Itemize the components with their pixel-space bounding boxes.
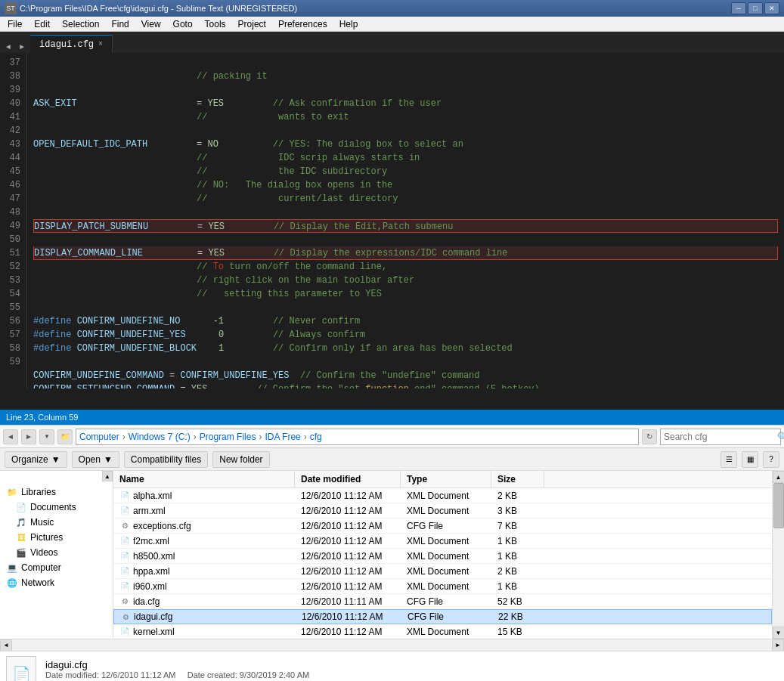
open-dropdown-icon: ▼ — [104, 454, 113, 465]
pictures-folder-icon: 🖼 — [15, 531, 27, 543]
header-date[interactable]: Date modified — [295, 471, 401, 488]
editor: ◄ ► idagui.cfg × 37 38 39 40 41 42 43 44… — [0, 32, 784, 410]
menu-project[interactable]: Project — [232, 17, 272, 31]
scroll-thumb[interactable] — [773, 483, 784, 528]
menu-find[interactable]: Find — [105, 17, 135, 31]
header-name[interactable]: Name — [113, 471, 295, 488]
maximize-button[interactable]: □ — [748, 2, 763, 14]
organize-button[interactable]: Organize ▼ — [5, 451, 67, 468]
menu-selection[interactable]: Selection — [56, 17, 105, 31]
sidebar-item-libraries[interactable]: 📁 Libraries — [0, 484, 113, 500]
tab-prev-arrow[interactable]: ◄ — [3, 42, 14, 53]
bc-windows7[interactable]: Windows 7 (C:) — [129, 432, 191, 442]
h-scroll-right-arrow[interactable]: ► — [772, 639, 784, 652]
file-toolbar: Organize ▼ Open ▼ Compatibility files Ne… — [0, 448, 784, 471]
menu-tools[interactable]: Tools — [199, 17, 232, 31]
file-row-f2mc-xml[interactable]: 📄 f2mc.xml 12/6/2010 11:12 AM XML Docume… — [113, 534, 772, 549]
sidebar-item-documents[interactable]: 📄 Documents — [0, 500, 113, 515]
header-type[interactable]: Type — [401, 471, 491, 488]
file-row-hppa-xml[interactable]: 📄 hppa.xml 12/6/2010 11:12 AM XML Docume… — [113, 564, 772, 579]
menubar: File Edit Selection Find View Goto Tools… — [0, 17, 784, 32]
code-content[interactable]: // packing it ASK_EXIT = YES // Ask conf… — [27, 53, 784, 388]
compatibility-files-button[interactable]: Compatibility files — [124, 451, 208, 468]
menu-preferences[interactable]: Preferences — [272, 17, 333, 31]
libraries-folder-icon: 📁 — [6, 486, 18, 498]
file-browser: ◄ ► ▼ 📁 Computer › Windows 7 (C:) › Prog… — [0, 425, 784, 681]
scroll-track[interactable] — [773, 483, 784, 627]
file-date: 12/6/2010 11:11 AM — [295, 595, 401, 608]
sidebar-item-pictures[interactable]: 🖼 Pictures — [0, 530, 113, 545]
scroll-up-arrow[interactable]: ▲ — [773, 471, 785, 483]
tree-scroll-up[interactable]: ▲ — [102, 471, 113, 481]
file-table-header: Name Date modified Type Size — [113, 471, 772, 488]
file-row-ida-cfg[interactable]: ⚙ ida.cfg 12/6/2010 11:11 AM CFG File 52… — [113, 594, 772, 609]
sidebar-item-videos[interactable]: 🎬 Videos — [0, 545, 113, 560]
h-scroll-track[interactable] — [12, 640, 772, 651]
menu-file[interactable]: File — [2, 17, 28, 31]
file-row-exceptions-cfg[interactable]: ⚙ exceptions.cfg 12/6/2010 11:12 AM CFG … — [113, 518, 772, 534]
search-input[interactable] — [664, 432, 777, 442]
sidebar-label-videos: Videos — [30, 547, 57, 558]
bc-cfg[interactable]: cfg — [310, 432, 322, 442]
tab-next-arrow[interactable]: ► — [17, 42, 27, 53]
file-type: XML Document — [401, 580, 491, 593]
file-row-idagui-cfg[interactable]: ⚙ idagui.cfg 12/6/2010 11:12 AM CFG File… — [113, 609, 772, 624]
help-button[interactable]: ? — [763, 451, 779, 468]
sidebar-item-computer[interactable]: 💻 Computer — [0, 560, 113, 575]
file-row-arm-xml[interactable]: 📄 arm.xml 12/6/2010 11:12 AM XML Documen… — [113, 503, 772, 518]
file-icon: ⚙ — [119, 596, 130, 607]
file-date: 12/6/2010 11:12 AM — [295, 504, 401, 518]
sidebar-label-network: Network — [21, 577, 54, 588]
back-button[interactable]: ◄ — [3, 429, 18, 444]
file-row-h8500-xml[interactable]: 📄 h8500.xml 12/6/2010 11:12 AM XML Docum… — [113, 549, 772, 564]
sidebar-label-computer: Computer — [21, 562, 61, 573]
bc-computer[interactable]: Computer — [79, 432, 119, 442]
file-row-alpha-xml[interactable]: 📄 alpha.xml 12/6/2010 11:12 AM XML Docum… — [113, 488, 772, 503]
tab-idagui-cfg[interactable]: idagui.cfg × — [30, 35, 113, 53]
sidebar-item-music[interactable]: 🎵 Music — [0, 515, 113, 530]
close-button[interactable]: ✕ — [764, 2, 779, 14]
up-button[interactable]: ▼ — [39, 429, 54, 444]
header-size[interactable]: Size — [491, 471, 544, 488]
menu-help[interactable]: Help — [333, 17, 364, 31]
tab-close-button[interactable]: × — [98, 40, 103, 48]
tab-nav-arrows: ◄ ► — [0, 42, 30, 53]
bc-program-files[interactable]: Program Files — [200, 432, 256, 442]
open-button[interactable]: Open ▼ — [72, 451, 119, 468]
file-icon: 📄 — [119, 566, 130, 577]
file-size: 15 KB — [491, 625, 544, 639]
sidebar-label-libraries: Libraries — [21, 487, 56, 497]
menu-goto[interactable]: Goto — [167, 17, 199, 31]
file-type: XML Document — [401, 489, 491, 503]
sidebar-label-pictures: Pictures — [30, 532, 63, 543]
h-scroll-left-arrow[interactable]: ◄ — [0, 639, 12, 652]
file-name: exceptions.cfg — [133, 521, 191, 531]
file-type: XML Document — [401, 565, 491, 578]
preview-pane-button[interactable]: ▦ — [742, 451, 758, 468]
scroll-down-arrow[interactable]: ▼ — [773, 627, 785, 639]
minimize-button[interactable]: ─ — [731, 2, 746, 14]
window-title: C:\Program Files\IDA Free\cfg\idagui.cfg… — [20, 4, 731, 13]
refresh-button[interactable]: ↻ — [642, 429, 657, 444]
file-name: kernel.xml — [133, 627, 175, 637]
view-change-button[interactable]: ☰ — [720, 451, 737, 468]
file-icon: ⚙ — [119, 521, 130, 531]
menu-view[interactable]: View — [135, 17, 167, 31]
file-row-i960-xml[interactable]: 📄 i960.xml 12/6/2010 11:12 AM XML Docume… — [113, 579, 772, 594]
forward-button[interactable]: ► — [21, 429, 36, 444]
new-folder-button[interactable]: New folder — [212, 451, 269, 468]
bc-ida-free[interactable]: IDA Free — [265, 432, 300, 442]
file-size: 1 KB — [491, 534, 544, 548]
sidebar-label-music: Music — [30, 517, 54, 528]
file-type: XML Document — [401, 625, 491, 639]
menu-edit[interactable]: Edit — [28, 17, 56, 31]
file-size: 2 KB — [491, 489, 544, 503]
search-bar: 🔍 — [660, 429, 781, 445]
sidebar-item-network[interactable]: 🌐 Network — [0, 575, 113, 590]
titlebar: ST C:\Program Files\IDA Free\cfg\idagui.… — [0, 0, 784, 17]
vertical-scrollbar: ▲ ▼ — [772, 471, 784, 639]
file-name: ida.cfg — [133, 596, 160, 607]
file-detail-panel: 📄 idagui.cfg Date modified: 12/6/2010 11… — [0, 651, 784, 681]
file-size: 52 KB — [491, 595, 544, 608]
file-row-kernel-xml[interactable]: 📄 kernel.xml 12/6/2010 11:12 AM XML Docu… — [113, 624, 772, 639]
